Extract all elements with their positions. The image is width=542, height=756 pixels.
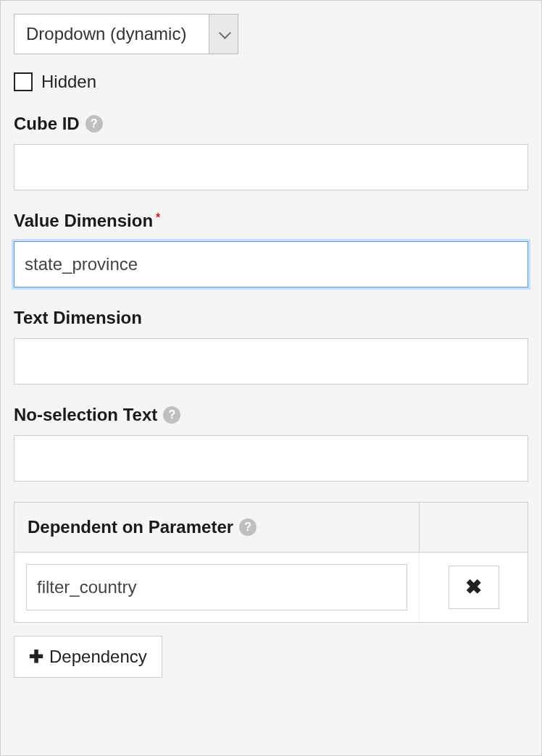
value-dimension-field: Value Dimension * (14, 211, 528, 287)
dependencies-table: Dependent on Parameter ? ✖ (14, 502, 528, 623)
close-icon: ✖ (465, 577, 482, 597)
hidden-label: Hidden (41, 72, 96, 92)
no-selection-label: No-selection Text (14, 405, 157, 425)
value-dimension-label: Value Dimension (14, 211, 153, 231)
dependencies-header: Dependent on Parameter ? (14, 503, 528, 553)
plus-icon: ✚ (29, 647, 43, 667)
text-dimension-label: Text Dimension (14, 308, 142, 328)
text-dimension-input[interactable] (14, 338, 528, 385)
value-dimension-input[interactable] (14, 241, 528, 287)
remove-dependency-button[interactable]: ✖ (449, 566, 499, 609)
text-dimension-field: Text Dimension (14, 308, 528, 385)
dependency-row: ✖ (14, 553, 528, 622)
dependencies-header-label: Dependent on Parameter (28, 517, 233, 537)
cube-id-label: Cube ID (14, 114, 80, 134)
dependency-value-cell (14, 553, 419, 622)
dependencies-section: Dependent on Parameter ? ✖ ✚ Dependency (14, 502, 528, 678)
help-icon[interactable]: ? (86, 115, 103, 133)
dependencies-header-action-col (419, 503, 528, 552)
help-icon[interactable]: ? (163, 406, 180, 424)
type-select[interactable]: Dropdown (dynamic) (14, 14, 528, 54)
type-select-value: Dropdown (dynamic) (14, 14, 209, 54)
hidden-checkbox[interactable] (14, 72, 33, 91)
add-dependency-button[interactable]: ✚ Dependency (14, 636, 162, 678)
cube-id-field: Cube ID ? (14, 114, 528, 190)
type-select-dropdown-button[interactable] (209, 14, 238, 54)
no-selection-field: No-selection Text ? (14, 405, 528, 482)
no-selection-input[interactable] (14, 435, 528, 482)
cube-id-input[interactable] (14, 144, 528, 190)
chevron-down-icon (218, 27, 230, 39)
hidden-checkbox-row: Hidden (14, 72, 528, 92)
add-dependency-label: Dependency (49, 647, 147, 667)
help-icon[interactable]: ? (239, 518, 257, 536)
dependency-action-cell: ✖ (419, 553, 528, 622)
parameter-config-panel: Dropdown (dynamic) Hidden Cube ID ? Valu… (0, 0, 542, 756)
required-indicator: * (156, 211, 160, 224)
dependency-input[interactable] (26, 564, 407, 610)
